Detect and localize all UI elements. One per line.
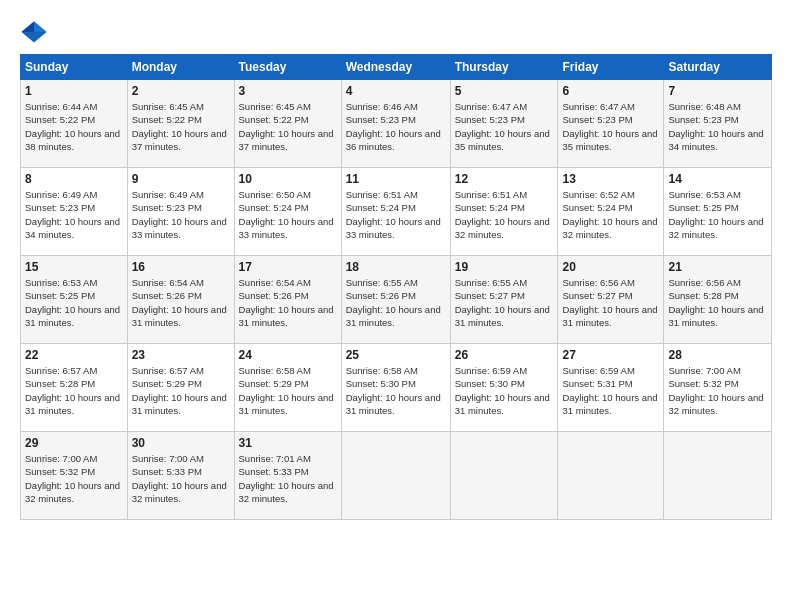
day-number: 13 [562,172,659,186]
day-info: Sunrise: 6:52 AMSunset: 5:24 PMDaylight:… [562,188,659,241]
day-number: 2 [132,84,230,98]
weekday-monday: Monday [127,55,234,80]
svg-marker-1 [34,22,47,33]
calendar-cell: 20Sunrise: 6:56 AMSunset: 5:27 PMDayligh… [558,256,664,344]
calendar-cell [341,432,450,520]
calendar-cell: 9Sunrise: 6:49 AMSunset: 5:23 PMDaylight… [127,168,234,256]
day-info: Sunrise: 6:49 AMSunset: 5:23 PMDaylight:… [132,188,230,241]
day-number: 25 [346,348,446,362]
day-info: Sunrise: 6:57 AMSunset: 5:29 PMDaylight:… [132,364,230,417]
day-number: 7 [668,84,767,98]
calendar-cell: 17Sunrise: 6:54 AMSunset: 5:26 PMDayligh… [234,256,341,344]
calendar-cell: 26Sunrise: 6:59 AMSunset: 5:30 PMDayligh… [450,344,558,432]
calendar-cell: 25Sunrise: 6:58 AMSunset: 5:30 PMDayligh… [341,344,450,432]
day-number: 1 [25,84,123,98]
day-info: Sunrise: 7:00 AMSunset: 5:32 PMDaylight:… [668,364,767,417]
day-number: 24 [239,348,337,362]
day-number: 18 [346,260,446,274]
day-number: 26 [455,348,554,362]
day-number: 19 [455,260,554,274]
calendar-cell: 15Sunrise: 6:53 AMSunset: 5:25 PMDayligh… [21,256,128,344]
day-info: Sunrise: 6:58 AMSunset: 5:30 PMDaylight:… [346,364,446,417]
day-info: Sunrise: 6:55 AMSunset: 5:26 PMDaylight:… [346,276,446,329]
weekday-thursday: Thursday [450,55,558,80]
day-number: 10 [239,172,337,186]
day-number: 9 [132,172,230,186]
day-info: Sunrise: 6:51 AMSunset: 5:24 PMDaylight:… [455,188,554,241]
day-info: Sunrise: 6:44 AMSunset: 5:22 PMDaylight:… [25,100,123,153]
weekday-tuesday: Tuesday [234,55,341,80]
day-info: Sunrise: 6:53 AMSunset: 5:25 PMDaylight:… [668,188,767,241]
calendar-cell: 23Sunrise: 6:57 AMSunset: 5:29 PMDayligh… [127,344,234,432]
week-row-3: 15Sunrise: 6:53 AMSunset: 5:25 PMDayligh… [21,256,772,344]
day-number: 21 [668,260,767,274]
day-info: Sunrise: 6:56 AMSunset: 5:28 PMDaylight:… [668,276,767,329]
day-number: 16 [132,260,230,274]
calendar-cell: 5Sunrise: 6:47 AMSunset: 5:23 PMDaylight… [450,80,558,168]
day-number: 27 [562,348,659,362]
week-row-4: 22Sunrise: 6:57 AMSunset: 5:28 PMDayligh… [21,344,772,432]
calendar-cell: 11Sunrise: 6:51 AMSunset: 5:24 PMDayligh… [341,168,450,256]
day-info: Sunrise: 6:46 AMSunset: 5:23 PMDaylight:… [346,100,446,153]
calendar-cell: 10Sunrise: 6:50 AMSunset: 5:24 PMDayligh… [234,168,341,256]
calendar-cell: 1Sunrise: 6:44 AMSunset: 5:22 PMDaylight… [21,80,128,168]
calendar-cell: 29Sunrise: 7:00 AMSunset: 5:32 PMDayligh… [21,432,128,520]
day-info: Sunrise: 6:59 AMSunset: 5:31 PMDaylight:… [562,364,659,417]
calendar-table: SundayMondayTuesdayWednesdayThursdayFrid… [20,54,772,520]
header [20,18,772,46]
calendar-cell: 24Sunrise: 6:58 AMSunset: 5:29 PMDayligh… [234,344,341,432]
page: SundayMondayTuesdayWednesdayThursdayFrid… [0,0,792,532]
calendar-cell: 13Sunrise: 6:52 AMSunset: 5:24 PMDayligh… [558,168,664,256]
logo [20,18,54,46]
day-info: Sunrise: 6:56 AMSunset: 5:27 PMDaylight:… [562,276,659,329]
calendar-cell: 30Sunrise: 7:00 AMSunset: 5:33 PMDayligh… [127,432,234,520]
calendar-cell: 19Sunrise: 6:55 AMSunset: 5:27 PMDayligh… [450,256,558,344]
day-info: Sunrise: 6:54 AMSunset: 5:26 PMDaylight:… [239,276,337,329]
day-info: Sunrise: 6:53 AMSunset: 5:25 PMDaylight:… [25,276,123,329]
day-number: 31 [239,436,337,450]
calendar-cell: 31Sunrise: 7:01 AMSunset: 5:33 PMDayligh… [234,432,341,520]
day-info: Sunrise: 6:59 AMSunset: 5:30 PMDaylight:… [455,364,554,417]
calendar-cell: 4Sunrise: 6:46 AMSunset: 5:23 PMDaylight… [341,80,450,168]
week-row-1: 1Sunrise: 6:44 AMSunset: 5:22 PMDaylight… [21,80,772,168]
calendar-cell: 12Sunrise: 6:51 AMSunset: 5:24 PMDayligh… [450,168,558,256]
day-info: Sunrise: 7:00 AMSunset: 5:32 PMDaylight:… [25,452,123,505]
day-info: Sunrise: 6:51 AMSunset: 5:24 PMDaylight:… [346,188,446,241]
day-number: 6 [562,84,659,98]
day-number: 5 [455,84,554,98]
calendar-cell: 14Sunrise: 6:53 AMSunset: 5:25 PMDayligh… [664,168,772,256]
calendar-cell: 16Sunrise: 6:54 AMSunset: 5:26 PMDayligh… [127,256,234,344]
day-number: 3 [239,84,337,98]
day-info: Sunrise: 6:47 AMSunset: 5:23 PMDaylight:… [562,100,659,153]
day-info: Sunrise: 6:45 AMSunset: 5:22 PMDaylight:… [239,100,337,153]
calendar-cell: 21Sunrise: 6:56 AMSunset: 5:28 PMDayligh… [664,256,772,344]
day-number: 14 [668,172,767,186]
day-number: 29 [25,436,123,450]
day-info: Sunrise: 6:55 AMSunset: 5:27 PMDaylight:… [455,276,554,329]
weekday-header-row: SundayMondayTuesdayWednesdayThursdayFrid… [21,55,772,80]
calendar-cell: 18Sunrise: 6:55 AMSunset: 5:26 PMDayligh… [341,256,450,344]
day-info: Sunrise: 7:01 AMSunset: 5:33 PMDaylight:… [239,452,337,505]
calendar-cell: 3Sunrise: 6:45 AMSunset: 5:22 PMDaylight… [234,80,341,168]
day-info: Sunrise: 6:45 AMSunset: 5:22 PMDaylight:… [132,100,230,153]
day-number: 8 [25,172,123,186]
day-number: 28 [668,348,767,362]
day-number: 30 [132,436,230,450]
weekday-saturday: Saturday [664,55,772,80]
week-row-5: 29Sunrise: 7:00 AMSunset: 5:32 PMDayligh… [21,432,772,520]
week-row-2: 8Sunrise: 6:49 AMSunset: 5:23 PMDaylight… [21,168,772,256]
day-number: 22 [25,348,123,362]
calendar-cell: 6Sunrise: 6:47 AMSunset: 5:23 PMDaylight… [558,80,664,168]
day-number: 20 [562,260,659,274]
calendar-cell [558,432,664,520]
day-number: 23 [132,348,230,362]
weekday-sunday: Sunday [21,55,128,80]
day-number: 11 [346,172,446,186]
calendar-cell: 28Sunrise: 7:00 AMSunset: 5:32 PMDayligh… [664,344,772,432]
day-info: Sunrise: 6:58 AMSunset: 5:29 PMDaylight:… [239,364,337,417]
weekday-wednesday: Wednesday [341,55,450,80]
day-info: Sunrise: 6:57 AMSunset: 5:28 PMDaylight:… [25,364,123,417]
day-number: 15 [25,260,123,274]
day-info: Sunrise: 7:00 AMSunset: 5:33 PMDaylight:… [132,452,230,505]
day-info: Sunrise: 6:54 AMSunset: 5:26 PMDaylight:… [132,276,230,329]
